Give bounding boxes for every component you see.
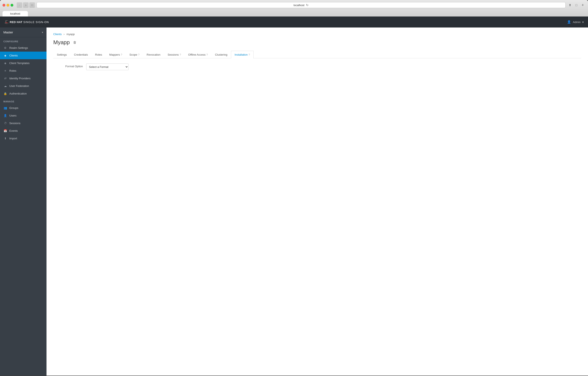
sidebar-item-groups[interactable]: 👥 Groups: [0, 104, 46, 112]
tab-credentials[interactable]: Credentials: [70, 51, 92, 58]
content-area: Clients » myapp Myapp 🗑 Settings Credent…: [46, 28, 588, 376]
client-templates-icon: ◈: [3, 61, 7, 65]
tab-roles[interactable]: Roles: [92, 51, 106, 58]
reader-mode-button[interactable]: □: [29, 2, 35, 8]
admin-chevron-icon: ▾: [582, 21, 584, 24]
sidebar-item-sessions-label: Sessions: [9, 122, 21, 125]
breadcrumb: Clients » myapp: [53, 32, 581, 36]
tab-scope[interactable]: Scope ?: [126, 51, 143, 58]
minimize-button[interactable]: [7, 4, 9, 7]
sidebar-item-roles[interactable]: ≡ Roles: [0, 67, 46, 75]
tabs-nav: Settings Credentials Roles Mappers ? Sco…: [53, 51, 581, 58]
import-icon: ⬆: [3, 136, 7, 140]
tab-clustering[interactable]: Clustering: [211, 51, 231, 58]
sidebar-item-clients-label: Clients: [9, 54, 18, 57]
configure-section-label: Configure: [0, 37, 46, 44]
top-navbar: 🎩 RED HAT SINGLE SIGN-ON 👤 Admin ▾: [0, 17, 588, 28]
share-button[interactable]: ⬆: [567, 2, 573, 8]
tab-installation[interactable]: Installation ?: [231, 51, 254, 58]
back-button[interactable]: ‹: [17, 2, 22, 8]
sidebar-item-client-templates-label: Client Templates: [9, 62, 30, 65]
brand-subname: SINGLE SIGN-ON: [23, 21, 49, 24]
sidebar-item-identity-providers[interactable]: ⇄ Identity Providers: [0, 75, 46, 82]
user-icon: 👤: [567, 20, 571, 24]
tab-offline-access-label: Offline Access: [188, 53, 205, 56]
offline-access-help-icon: ?: [206, 53, 208, 56]
events-icon: 📅: [3, 129, 7, 133]
breadcrumb-current: myapp: [66, 32, 75, 36]
sidebar-item-user-federation[interactable]: ☁ User Federation: [0, 82, 46, 90]
breadcrumb-separator: »: [63, 33, 65, 36]
sidebar-item-authentication[interactable]: 🔒 Authentication: [0, 90, 46, 97]
sidebar-item-authentication-label: Authentication: [9, 92, 27, 95]
url-text: localhost: [294, 4, 304, 7]
roles-icon: ≡: [3, 69, 7, 73]
sidebar-item-clients[interactable]: ◈ Clients: [0, 52, 46, 59]
identity-providers-icon: ⇄: [3, 76, 7, 80]
user-federation-icon: ☁: [3, 84, 7, 88]
tab-scope-label: Scope: [129, 53, 137, 56]
redhat-hat-icon: 🎩: [4, 20, 9, 24]
tab-clustering-label: Clustering: [215, 53, 227, 56]
close-button[interactable]: [2, 4, 5, 7]
new-tab-button[interactable]: +: [580, 2, 586, 8]
resize-button[interactable]: □: [574, 2, 579, 8]
format-control-wrapper: Select a Format Keycloak OIDC JSON Keycl…: [86, 64, 581, 70]
delete-icon[interactable]: 🗑: [72, 40, 77, 45]
sidebar-item-users-label: Users: [9, 114, 17, 117]
brand-logo: 🎩 RED HAT SINGLE SIGN-ON: [4, 20, 49, 24]
sidebar-item-realm-settings[interactable]: ⚙ Realm Settings: [0, 44, 46, 52]
tab-revocation[interactable]: Revocation: [143, 51, 164, 58]
maximize-button[interactable]: [10, 4, 13, 7]
tab-installation-label: Installation: [235, 53, 248, 56]
forward-button[interactable]: ›: [23, 2, 29, 8]
format-option-row: Format Option Select a Format Keycloak O…: [53, 64, 581, 70]
breadcrumb-clients-link[interactable]: Clients: [53, 32, 62, 36]
realm-selector[interactable]: Master ▾: [0, 28, 46, 37]
tab-offline-access[interactable]: Offline Access ?: [185, 51, 211, 58]
sessions-icon: ⏱: [3, 121, 7, 125]
sidebar-item-sessions[interactable]: ⏱ Sessions: [0, 119, 46, 127]
tab-settings[interactable]: Settings: [53, 51, 70, 58]
tab-settings-label: Settings: [57, 53, 67, 56]
sidebar-item-roles-label: Roles: [9, 69, 16, 72]
page-header: Myapp 🗑: [53, 39, 581, 46]
tab-mappers-label: Mappers: [109, 53, 120, 56]
admin-label: Admin: [573, 21, 581, 24]
tab-revocation-label: Revocation: [147, 53, 160, 56]
format-label-text: Format Option: [65, 65, 83, 68]
user-menu[interactable]: 👤 Admin ▾: [567, 20, 584, 24]
sidebar-item-groups-label: Groups: [9, 106, 18, 109]
tab-roles-label: Roles: [95, 53, 102, 56]
sidebar-item-client-templates[interactable]: ◈ Client Templates: [0, 59, 46, 67]
tab-credentials-label: Credentials: [74, 53, 88, 56]
realm-name: Master: [3, 31, 13, 34]
tab-mappers[interactable]: Mappers ?: [106, 51, 126, 58]
mappers-help-icon: ?: [121, 53, 122, 56]
installation-help-icon: ?: [249, 53, 250, 56]
tab-sessions[interactable]: Sessions ?: [164, 51, 185, 58]
sidebar-item-import[interactable]: ⬆ Import: [0, 135, 46, 142]
authentication-icon: 🔒: [3, 92, 7, 95]
groups-icon: 👥: [3, 106, 7, 110]
sidebar-item-user-federation-label: User Federation: [9, 84, 29, 87]
users-icon: 👤: [3, 114, 7, 117]
format-option-label: Format Option: [53, 64, 83, 68]
realm-settings-icon: ⚙: [3, 46, 7, 50]
sidebar: Master ▾ Configure ⚙ Realm Settings ◈ Cl…: [0, 28, 46, 376]
address-bar[interactable]: localhost ↻: [37, 2, 566, 8]
sidebar-item-events-label: Events: [9, 129, 18, 132]
tab-sessions-label: Sessions: [168, 53, 179, 56]
manage-section-label: Manage: [0, 97, 46, 104]
page-title: Myapp: [53, 39, 70, 46]
clients-icon: ◈: [3, 54, 7, 57]
sidebar-item-events[interactable]: 📅 Events: [0, 127, 46, 135]
sidebar-item-identity-providers-label: Identity Providers: [9, 77, 31, 80]
reload-button[interactable]: ↻: [306, 3, 309, 7]
browser-tab[interactable]: localhost: [2, 11, 28, 17]
sessions-help-icon: ?: [180, 53, 181, 56]
format-select[interactable]: Select a Format Keycloak OIDC JSON Keycl…: [86, 64, 128, 70]
brand-name: RED HAT: [10, 21, 22, 24]
realm-chevron-icon: ▾: [42, 31, 43, 34]
sidebar-item-users[interactable]: 👤 Users: [0, 112, 46, 119]
